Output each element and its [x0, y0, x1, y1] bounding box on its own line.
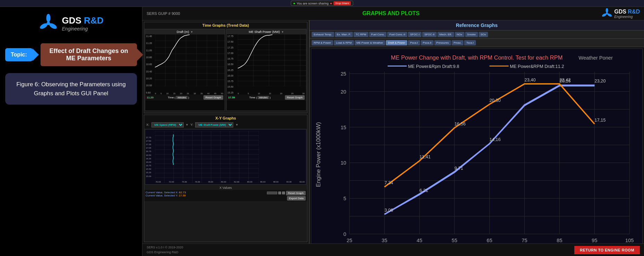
- xy-reset-button[interactable]: Reset Graph: [286, 191, 306, 195]
- tab-pressures[interactable]: Pressures: [434, 40, 451, 45]
- svg-text:11,41: 11,41: [419, 154, 430, 159]
- shaft-y-axis: 17.7517.5017.2517.0016.7516.5016.2516.00…: [227, 34, 234, 95]
- tab-draft-power[interactable]: Draft & Power: [386, 40, 407, 45]
- tab-exhaust-temp[interactable]: Exhaust Temp.: [312, 32, 334, 37]
- svg-text:16,56: 16,56: [454, 121, 465, 126]
- return-to-engine-room-button[interactable]: RETURN TO ENGINE ROOM: [574, 246, 640, 254]
- time-graphs-section: Time Graphs (Trend Data) Draft (m) ▼ 11.…: [144, 22, 307, 113]
- reference-panel: Reference Graphs Exhaust Temp. Ex. Man. …: [309, 20, 644, 244]
- xy-graphs-title: X-Y Graphs: [144, 115, 307, 121]
- bottom-bar: SERS v.1.0 I © 2019-2020 GDS Engineering…: [142, 244, 644, 256]
- top-bar: ● You are screen sharing ● Stop Share: [0, 0, 644, 7]
- draft-minutes-button[interactable]: minutes: [176, 96, 188, 99]
- green-dot-icon: ●: [293, 1, 295, 5]
- svg-text:10: 10: [341, 160, 346, 166]
- current-x-value: 82.73: [179, 191, 186, 194]
- svg-point-1: [46, 14, 50, 22]
- tab-sfoc-ii[interactable]: SFOC-II: [422, 32, 436, 37]
- red-dot-icon: ●: [330, 1, 332, 5]
- svg-text:17,15: 17,15: [594, 117, 606, 123]
- shaft-graph-canvas: 17.7517.5017.2517.0016.7516.5016.2516.00…: [227, 34, 306, 95]
- shaft-minutes-button[interactable]: minutes: [258, 96, 269, 99]
- center-panel: SERS GUIP # 9000 GRAPHS AND PLOTS GDS R&…: [142, 7, 644, 256]
- small-propeller-icon: [602, 8, 612, 19]
- svg-text:Engine Power (x1000kW): Engine Power (x1000kW): [315, 122, 322, 187]
- reference-title: Reference Graphs: [310, 20, 644, 30]
- time-graphs-inner: Draft (m) ▼ 11.4011.2011.0010.8010.6010.…: [144, 28, 307, 112]
- xy-graph-section: X-Y Graphs X: ME Speed (RPM) ▼ Y: ME Sha…: [144, 115, 307, 242]
- weather-poner-label: Weather Poner: [578, 55, 613, 61]
- xy-y-select[interactable]: ME Shaft Power (MW): [195, 122, 233, 127]
- logo-area: GDS R&D Engineering: [39, 14, 104, 33]
- svg-text:0: 0: [343, 231, 346, 237]
- graphs-area: Time Graphs (Trend Data) Draft (m) ▼ 11.…: [142, 20, 309, 244]
- tab-sox[interactable]: SOx: [479, 32, 488, 37]
- svg-text:5: 5: [343, 196, 346, 201]
- tab-rpm-power[interactable]: RPM & Power: [312, 40, 333, 45]
- logo-gds: GDS: [62, 15, 84, 26]
- xy-x-labels: 70.0072.0074.0076.0078.0080.0082.0084.00…: [156, 181, 305, 183]
- xy-icon1[interactable]: [278, 192, 281, 194]
- shaft-reset-button[interactable]: Reset Graph: [285, 95, 305, 100]
- xy-y-dropdown-icon: ▼: [235, 123, 238, 126]
- bottom-left: SERS v.1.0 I © 2019-2020 GDS Engineering…: [147, 245, 183, 255]
- svg-text:15: 15: [341, 125, 346, 130]
- topic-content: Effect of Draft Changes on ME Parameters: [41, 43, 137, 66]
- tab-tc-rpm[interactable]: TC RPM: [354, 32, 368, 37]
- tab-fuel-cons[interactable]: Fuel Cons.: [369, 32, 387, 37]
- svg-point-5: [606, 8, 608, 13]
- svg-text:23,40: 23,40: [524, 77, 536, 82]
- center-header: SERS GUIP # 9000 GRAPHS AND PLOTS GDS R&…: [142, 7, 644, 20]
- tab-load-rpm[interactable]: Load & RPM: [334, 40, 354, 45]
- xy-controls: X: ME Speed (RPM) ▼ Y: ME Shaft Power (M…: [144, 121, 307, 129]
- tab-nox[interactable]: NOx: [455, 32, 464, 37]
- current-x-label: Current Value, Selected X:: [146, 191, 178, 194]
- svg-text:25: 25: [347, 238, 352, 243]
- shaft-dropdown-icon[interactable]: ▼: [281, 30, 284, 34]
- draft-time-close: ): [188, 96, 189, 99]
- tab-fuel-cons-ii[interactable]: Fuel Cons.-II: [387, 32, 407, 37]
- svg-text:95: 95: [592, 238, 597, 243]
- stop-share-button[interactable]: Stop Share: [333, 1, 351, 5]
- logo-engineering: Engineering: [62, 26, 104, 32]
- svg-text:20: 20: [341, 89, 346, 95]
- draft-graph-panel: Draft (m) ▼ 11.4011.2011.0010.8010.6010.…: [145, 29, 225, 111]
- tab-me-power-weather[interactable]: ME Power & Weather: [355, 40, 385, 45]
- graphs-plots-title: GRAPHS AND PLOTS: [180, 10, 602, 17]
- draft-dropdown-icon[interactable]: ▼: [190, 30, 193, 34]
- draft-reset-button[interactable]: Reset Graph: [203, 95, 223, 100]
- svg-text:ME Power&Rpm Draft:9.8: ME Power&Rpm Draft:9.8: [408, 64, 459, 69]
- figure-text: Figure 6: Observing the Parameters using…: [16, 81, 126, 97]
- current-y-label: Current Value, Selected Y:: [146, 194, 178, 197]
- xy-export-button[interactable]: Export Data: [287, 196, 306, 201]
- svg-text:9,71: 9,71: [454, 166, 463, 171]
- tab-smoke[interactable]: Smoke: [465, 32, 478, 37]
- current-y-row: Current Value, Selected Y: 17.59: [146, 194, 266, 197]
- propeller-icon: [39, 14, 58, 33]
- tab-sfoc-i[interactable]: SFOC-I: [408, 32, 421, 37]
- xy-section-footer: Current Value, Selected X: 82.73 Current…: [144, 190, 307, 201]
- tab-psca-i[interactable]: Psca-I: [408, 40, 420, 45]
- tab-tsca-i[interactable]: Tsca-I: [464, 40, 476, 45]
- svg-text:105: 105: [625, 238, 634, 243]
- svg-rect-71: [311, 50, 642, 244]
- draft-graph-canvas: 11.4011.2011.0010.8010.6010.4010.2010.00…: [145, 34, 225, 95]
- draft-time-label: Time (: [168, 96, 175, 99]
- tab-psca-ii[interactable]: Psca-II: [421, 40, 434, 45]
- version-text: SERS v.1.0 I © 2019-2020: [147, 245, 183, 250]
- topic-area: Topic: Effect of Draft Changes on ME Par…: [5, 43, 137, 66]
- xy-graph-canvas: 17.7517.5017.2517.0016.7516.5016.2516.00…: [145, 129, 306, 185]
- logo-rd: R&D: [84, 15, 103, 26]
- xy-icon2[interactable]: [282, 192, 285, 194]
- svg-text:35: 35: [382, 238, 387, 243]
- tab-mech-eff[interactable]: Mech. Eff.: [437, 32, 454, 37]
- company-text: GDS Engineering R&D: [147, 250, 183, 255]
- xy-current-area: Current Value, Selected X: 82.73 Current…: [146, 191, 266, 197]
- main-layout: GDS R&D Engineering Topic: Effect of Dra…: [0, 7, 644, 256]
- svg-text:23,42: 23,42: [559, 77, 571, 82]
- svg-text:45: 45: [417, 238, 422, 243]
- tab-pmax[interactable]: Pmax.: [452, 40, 464, 45]
- draft-footer: 11.20 Time ( minutes ) Reset Graph: [145, 95, 225, 100]
- xy-x-select[interactable]: ME Speed (RPM): [151, 122, 184, 127]
- tab-ex-man-p[interactable]: Ex. Man. P.: [335, 32, 353, 37]
